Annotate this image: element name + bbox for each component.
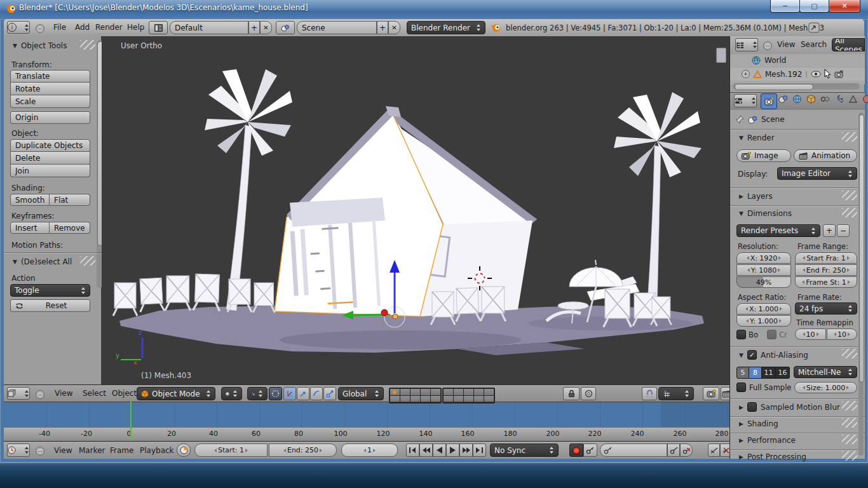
playback-menu[interactable]: Playback	[140, 446, 174, 455]
menu-render[interactable]: Render	[95, 23, 123, 32]
screen-layout-field[interactable]: Default	[170, 21, 248, 34]
tab-render-active[interactable]	[761, 93, 777, 109]
rotate-manipulator-button[interactable]	[297, 387, 309, 400]
reset-button[interactable]: Reset	[10, 299, 90, 312]
aa-filter-dropdown[interactable]: Mitchell-Ne	[794, 366, 857, 378]
delete-scene-button[interactable]: ✕	[388, 21, 400, 34]
end-frame-field[interactable]: End: 250	[269, 444, 337, 457]
deselect-all-panel-header[interactable]: ▼ (De)select All	[13, 257, 72, 266]
prev-keyframe-button[interactable]	[419, 444, 433, 457]
resolution-x-field[interactable]: X: 1920	[736, 252, 791, 264]
editor-type-button[interactable]	[734, 94, 757, 107]
remove-keyframe-button[interactable]: Remove	[50, 222, 90, 234]
keying-set-field[interactable]	[600, 444, 667, 457]
delete-layout-button[interactable]: ✕	[260, 21, 272, 34]
full-sample-option[interactable]: Full Sample	[736, 383, 791, 392]
decrement-icon[interactable]	[363, 449, 366, 452]
orientation-dropdown[interactable]: Global	[338, 387, 384, 400]
current-frame-playhead[interactable]	[130, 402, 132, 441]
aspect-y-field[interactable]: Y: 1.000	[736, 315, 791, 327]
outliner-search-menu[interactable]: Search	[801, 40, 827, 49]
dimensions-panel-header[interactable]: ▼ Dimensions	[739, 209, 792, 218]
snap-element-dropdown[interactable]	[658, 387, 694, 400]
properties-scrollbar[interactable]	[858, 112, 864, 456]
crop-checkbox[interactable]	[767, 330, 776, 339]
viewport-scrollbar[interactable]	[716, 48, 726, 63]
increment-icon[interactable]	[373, 449, 376, 452]
antialiasing-panel-header[interactable]: ▼ ✓ Anti-Aliasing	[739, 350, 808, 360]
post-processing-panel-header[interactable]: ▶ Post Processing	[739, 452, 806, 461]
render-presets-dropdown[interactable]: Render Presets	[736, 224, 820, 237]
aa-samples-11-button[interactable]: 11	[762, 367, 776, 379]
outliner-row-mesh[interactable]: + Mesh.192 |	[742, 69, 844, 79]
aa-samples-8-button-selected[interactable]: 8	[749, 367, 762, 379]
display-dropdown[interactable]: Image Editor	[777, 167, 857, 180]
scene-field[interactable]: Scene	[297, 21, 377, 34]
properties-scrollbar-thumb[interactable]	[859, 114, 864, 383]
antialiasing-checkbox[interactable]: ✓	[747, 350, 757, 360]
add-preset-button[interactable]: +	[823, 224, 836, 237]
tab-material-icon[interactable]	[862, 95, 868, 104]
panel-grip[interactable]	[842, 132, 857, 142]
sync-mode-dropdown[interactable]: No Sync	[490, 444, 559, 457]
lock-to-scene-button[interactable]	[563, 387, 580, 400]
panel-grip[interactable]	[842, 208, 857, 217]
outliner-row-world[interactable]: World	[752, 56, 786, 65]
start-frame-field[interactable]: Start Fra: 1	[795, 252, 857, 264]
view-menu[interactable]: View	[55, 389, 72, 398]
render-panel-header[interactable]: ▼ Render	[739, 133, 775, 142]
outliner-hscrollbar[interactable]	[733, 83, 860, 90]
play-button[interactable]	[446, 444, 459, 457]
panel-grip[interactable]	[842, 401, 857, 410]
remap-new-field[interactable]: 10	[827, 329, 857, 340]
marker-menu[interactable]: Marker	[79, 446, 105, 455]
jump-to-start-button[interactable]	[406, 444, 419, 457]
action-dropdown[interactable]: Toggle	[10, 284, 90, 297]
origin-button[interactable]: Origin	[10, 111, 90, 124]
mode-dropdown[interactable]: Object Mode	[137, 387, 215, 400]
panel-grip[interactable]	[842, 418, 857, 428]
shading-dropdown[interactable]	[221, 387, 242, 400]
expand-icon[interactable]: +	[742, 70, 750, 78]
outliner-view-menu[interactable]: View	[777, 40, 795, 49]
object-tools-panel-header[interactable]: ▼ Object Tools	[13, 41, 67, 50]
collapse-menus-button[interactable]: −	[36, 390, 44, 399]
shade-smooth-button[interactable]: Smooth	[10, 194, 50, 206]
aspect-x-field[interactable]: X: 1.000	[736, 303, 791, 315]
timeline-track-area[interactable]	[4, 402, 729, 427]
panel-grip[interactable]	[842, 451, 857, 461]
maximize-button[interactable]: ▢	[799, 0, 829, 13]
collapse-menus-button[interactable]: −	[36, 447, 44, 456]
aa-size-field[interactable]: Size: 1.000	[794, 382, 857, 393]
shading-panel-header[interactable]: ▶ Shading	[739, 419, 778, 428]
tab-modifiers-icon[interactable]	[834, 95, 844, 104]
render-image-button[interactable]: Image	[736, 149, 791, 162]
use-preview-range-button[interactable]	[177, 444, 191, 457]
outliner-scope-dropdown[interactable]: All Scenes	[832, 38, 865, 51]
translate-manipulator-button[interactable]	[283, 387, 296, 400]
snap-toggle-button[interactable]	[642, 387, 657, 400]
add-layout-button[interactable]: +	[248, 21, 260, 34]
eye-visibility-icon[interactable]	[811, 71, 821, 78]
view-menu[interactable]: View	[54, 446, 72, 455]
tab-world-icon[interactable]	[792, 95, 802, 104]
remap-old-field[interactable]: 10	[795, 329, 826, 340]
increment-icon[interactable]	[320, 449, 322, 452]
editor-type-button[interactable]: i	[7, 21, 30, 34]
jump-to-end-button[interactable]	[473, 444, 486, 457]
menu-help[interactable]: Help	[127, 23, 144, 32]
aa-samples-5-button[interactable]: 5	[736, 367, 749, 379]
rotate-arc-button[interactable]	[310, 387, 323, 400]
keying-mode-button[interactable]	[583, 444, 597, 457]
performance-panel-header[interactable]: ▶ Performance	[739, 436, 796, 445]
render-still-button[interactable]	[703, 387, 719, 400]
render-animation-button[interactable]: Animation	[794, 149, 857, 162]
object-menu[interactable]: Object	[112, 389, 137, 398]
select-menu[interactable]: Select	[83, 389, 106, 398]
next-keyframe-button[interactable]	[459, 444, 473, 457]
panel-grip[interactable]	[842, 435, 857, 444]
decrement-icon[interactable]	[283, 449, 286, 452]
add-scene-button[interactable]: +	[377, 21, 388, 34]
remove-preset-button[interactable]: −	[837, 224, 850, 237]
delete-button[interactable]: Delete	[10, 152, 90, 165]
